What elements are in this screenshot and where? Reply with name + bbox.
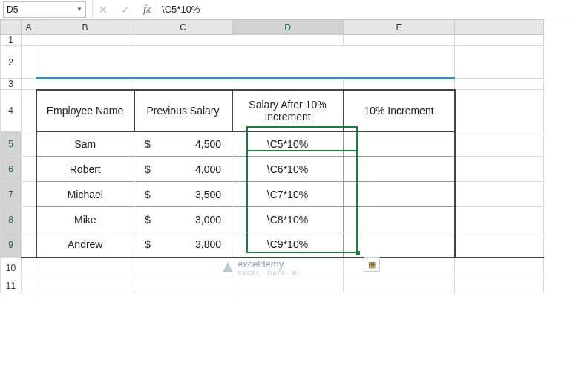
employee-name[interactable]: Robert <box>36 157 134 182</box>
col-header[interactable]: E <box>344 20 455 35</box>
row-header[interactable]: 3 <box>1 79 22 90</box>
cell-reference: D5 <box>7 4 18 15</box>
row-header[interactable]: 4 <box>1 90 22 131</box>
salary-value: 4,500 <box>195 138 221 150</box>
spreadsheet[interactable]: A B C D E 1 2 Find and Replace Command 3… <box>0 19 570 293</box>
page-title: Find and Replace Command <box>36 46 455 79</box>
increment-cell[interactable] <box>344 232 455 258</box>
cancel-icon[interactable]: ✕ <box>99 4 108 16</box>
col-header[interactable]: D <box>232 20 344 35</box>
formula-cell[interactable]: \C6*10% <box>232 157 344 182</box>
salary-value: 3,500 <box>195 189 221 200</box>
currency-symbol: $ <box>145 163 151 175</box>
row-header[interactable]: 9 <box>1 232 22 258</box>
formula-controls: ✕ ✓ fx <box>92 0 157 19</box>
table-header-after: Salary After 10% Increment <box>232 90 344 131</box>
formula-cell[interactable]: \C5*10% <box>232 131 344 157</box>
employee-name[interactable]: Sam <box>36 131 134 157</box>
salary-cell[interactable]: $3,500 <box>134 182 232 207</box>
table-header-prev: Previous Salary <box>134 90 232 131</box>
salary-value: 3,800 <box>195 238 221 250</box>
row-header[interactable]: 5 <box>1 131 22 157</box>
name-box[interactable]: D5 ▼ <box>3 1 86 18</box>
formula-text: \C5*10% <box>162 4 200 15</box>
employee-name[interactable]: Michael <box>36 182 134 207</box>
col-header[interactable] <box>455 20 544 35</box>
formula-cell[interactable]: \C8*10% <box>232 207 344 232</box>
col-header[interactable]: B <box>36 20 134 35</box>
formula-cell[interactable]: \C9*10% <box>232 232 344 258</box>
salary-cell[interactable]: $3,800 <box>134 232 232 258</box>
row-header[interactable]: 2 <box>1 46 22 79</box>
enter-icon[interactable]: ✓ <box>121 4 130 16</box>
row-header[interactable]: 1 <box>1 35 22 46</box>
table-header-name: Employee Name <box>36 90 134 131</box>
currency-symbol: $ <box>145 214 151 226</box>
col-header[interactable]: C <box>134 20 232 35</box>
col-header[interactable]: A <box>22 20 36 35</box>
currency-symbol: $ <box>145 238 151 250</box>
salary-value: 3,000 <box>195 214 221 226</box>
row-header[interactable]: 6 <box>1 157 22 182</box>
increment-cell[interactable] <box>344 131 455 157</box>
formula-input[interactable]: \C5*10% <box>157 0 570 19</box>
increment-cell[interactable] <box>344 157 455 182</box>
formula-bar: D5 ▼ ✕ ✓ fx \C5*10% <box>0 0 570 19</box>
salary-cell[interactable]: $4,000 <box>134 157 232 182</box>
increment-cell[interactable] <box>344 207 455 232</box>
quick-analysis-icon[interactable]: ▦ <box>364 257 380 272</box>
increment-cell[interactable] <box>344 182 455 207</box>
row-header[interactable]: 10 <box>1 258 22 278</box>
currency-symbol: $ <box>145 138 151 150</box>
select-all-corner[interactable] <box>1 20 22 35</box>
grid[interactable]: A B C D E 1 2 Find and Replace Command 3… <box>0 19 544 293</box>
chevron-down-icon[interactable]: ▼ <box>76 6 82 13</box>
brand-tagline: EXCEL · DATA · BI <box>238 270 300 276</box>
table-header-inc: 10% Increment <box>344 90 455 131</box>
salary-cell[interactable]: $4,500 <box>134 131 232 157</box>
currency-symbol: $ <box>145 189 151 200</box>
employee-name[interactable]: Mike <box>36 207 134 232</box>
watermark: exceldemy EXCEL · DATA · BI <box>223 258 300 276</box>
formula-cell[interactable]: \C7*10% <box>232 182 344 207</box>
salary-value: 4,000 <box>195 163 221 175</box>
logo-icon <box>223 262 233 272</box>
row-header[interactable]: 7 <box>1 182 22 207</box>
row-header[interactable]: 8 <box>1 207 22 232</box>
brand-name: exceldemy <box>238 258 284 270</box>
row-header[interactable]: 11 <box>1 278 22 293</box>
fx-icon[interactable]: fx <box>143 4 151 16</box>
salary-cell[interactable]: $3,000 <box>134 207 232 232</box>
employee-name[interactable]: Andrew <box>36 232 134 258</box>
